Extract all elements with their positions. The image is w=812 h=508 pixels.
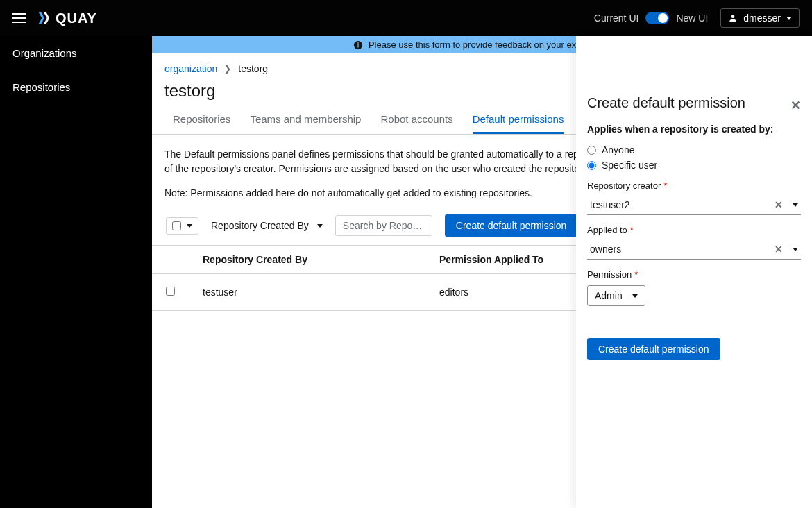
tab-teams[interactable]: Teams and membership (250, 108, 361, 134)
toggle-knob (658, 13, 668, 23)
chevron-down-icon (793, 248, 798, 251)
filter-label: Repository Created By (211, 220, 309, 231)
repo-creator-combo[interactable]: testuser2 ✕ (587, 195, 801, 215)
permission-select[interactable]: Admin (587, 285, 645, 306)
svg-point-0 (731, 15, 735, 18)
panel-title: Create default permission (587, 95, 801, 111)
brand-logo[interactable]: QUAY (36, 10, 97, 26)
permission-label: Permission (587, 269, 632, 280)
radio-anyone[interactable]: Anyone (587, 144, 801, 155)
ui-toggle-switch[interactable] (645, 12, 669, 24)
required-mark: * (663, 180, 667, 191)
new-ui-label: New UI (676, 12, 708, 24)
username-label: dmesser (743, 12, 781, 24)
field-repo-creator: Repository creator * testuser2 ✕ (587, 180, 801, 215)
breadcrumb-parent[interactable]: organization (164, 63, 217, 74)
brand-text: QUAY (56, 10, 97, 26)
tab-repositories[interactable]: Repositories (173, 108, 230, 134)
breadcrumb-current: testorg (238, 63, 268, 74)
ui-toggle-group: Current UI New UI (594, 12, 708, 24)
sidebar-item-organizations[interactable]: Organizations (0, 36, 152, 70)
banner-prefix: Please use (369, 40, 413, 50)
row-select-checkbox[interactable] (166, 287, 175, 296)
tab-default-permissions[interactable]: Default permissions (473, 108, 564, 134)
sidebar-item-repositories[interactable]: Repositories (0, 70, 152, 104)
tab-robot-accounts[interactable]: Robot accounts (380, 108, 452, 134)
permission-select-value: Admin (595, 290, 623, 301)
clear-icon[interactable]: ✕ (775, 199, 783, 210)
sidebar-nav: Organizations Repositories (0, 36, 152, 508)
submit-create-permission-button[interactable]: Create default permission (587, 338, 720, 360)
close-icon[interactable]: ✕ (790, 98, 801, 113)
banner-text: Please use this form to provide feedback… (369, 40, 611, 50)
required-mark: * (630, 225, 634, 235)
quay-logo-icon (36, 10, 51, 26)
repo-creator-label: Repository creator (587, 180, 661, 191)
panel-subtitle: Applies when a repository is created by: (587, 124, 801, 135)
create-permission-button[interactable]: Create default permission (445, 214, 578, 237)
repo-creator-value: testuser2 (590, 199, 630, 210)
radio-anyone-label: Anyone (602, 144, 634, 155)
create-permission-panel: ✕ Create default permission Applies when… (576, 36, 812, 508)
bulk-select-checkbox[interactable] (172, 221, 181, 230)
current-ui-label: Current UI (594, 12, 639, 24)
info-icon (353, 40, 363, 50)
radio-anyone-input[interactable] (587, 146, 596, 155)
clear-icon[interactable]: ✕ (775, 244, 783, 255)
chevron-down-icon (317, 224, 323, 228)
header-right: Current UI New UI dmesser (594, 8, 800, 28)
radio-specific-user[interactable]: Specific user (587, 160, 801, 171)
applied-to-label: Applied to (587, 225, 627, 235)
chevron-right-icon: ❯ (224, 64, 231, 74)
chevron-down-icon (793, 203, 798, 207)
applied-to-combo[interactable]: owners ✕ (587, 239, 801, 260)
th-select (152, 246, 189, 274)
user-icon (728, 13, 738, 23)
app-header: QUAY Current UI New UI dmesser (0, 0, 812, 36)
field-permission: Permission * Admin (587, 269, 801, 306)
bulk-select-dropdown[interactable] (166, 217, 198, 235)
chevron-down-icon (786, 17, 792, 20)
user-menu-dropdown[interactable]: dmesser (720, 8, 800, 28)
banner-link[interactable]: this form (416, 40, 450, 50)
svg-point-3 (357, 42, 359, 44)
required-mark: * (634, 269, 638, 280)
radio-specific-label: Specific user (602, 160, 657, 171)
applied-to-value: owners (590, 244, 621, 255)
chevron-down-icon (187, 224, 192, 228)
menu-toggle-icon[interactable] (12, 13, 26, 23)
main-content: Please use this form to provide feedback… (152, 36, 812, 508)
th-created-by: Repository Created By (189, 246, 425, 274)
search-input[interactable]: Search by Repository Created By (335, 215, 432, 236)
filter-dropdown[interactable]: Repository Created By (211, 217, 323, 235)
cell-created-by: testuser (189, 274, 425, 311)
header-left: QUAY (12, 10, 97, 26)
radio-specific-input[interactable] (587, 161, 596, 170)
svg-rect-2 (357, 44, 358, 47)
chevron-down-icon (632, 294, 638, 298)
field-applied-to: Applied to * owners ✕ (587, 225, 801, 260)
